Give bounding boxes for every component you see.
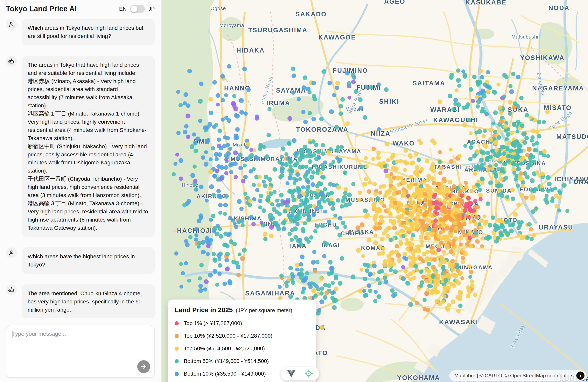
chat-message-user: Which areas in Tokyo have high land pric… — [6, 19, 155, 45]
map-controls — [281, 367, 319, 381]
vue-logo-icon[interactable] — [287, 370, 295, 378]
user-icon — [8, 21, 14, 27]
toggle-knob — [131, 6, 137, 12]
arrow-right-icon — [140, 363, 147, 370]
message-bubble: Which areas have the highest land prices… — [22, 247, 155, 274]
chat-message-assistant: The area mentioned, Chuo-ku Ginza 4-chom… — [6, 284, 155, 318]
legend-dot-orange — [175, 334, 179, 338]
chat-message-list: Which areas in Tokyo have high land pric… — [0, 17, 161, 318]
sidebar-header: Tokyo Land Price AI EN JP — [0, 0, 161, 17]
legend-item: Top 10% (¥2,520,000 - ¥17,287,000) — [175, 333, 308, 339]
language-toggle[interactable] — [130, 5, 145, 13]
lang-label-en[interactable]: EN — [119, 6, 126, 12]
chat-input[interactable] — [6, 325, 154, 377]
chat-message-user: Which areas have the highest land prices… — [6, 247, 155, 274]
tokyo-land-price-app: Tokyo Land Price AI EN JP Which areas in… — [0, 0, 588, 382]
message-bubble: Which areas in Tokyo have high land pric… — [22, 19, 155, 45]
legend-item-label: Top 1% (> ¥17,287,000) — [184, 320, 242, 326]
map-attribution: MapLibre | © CARTO, © OpenStreetMap cont… — [449, 370, 586, 381]
chat-message-assistant: The areas in Tokyo that have high land p… — [6, 56, 155, 237]
attribution-text[interactable]: MapLibre | © CARTO, © OpenStreetMap cont… — [454, 373, 574, 379]
legend-title-row: Land Price in 2025 (JPY per square meter… — [175, 306, 308, 314]
controls-divider — [300, 370, 300, 377]
geolocate-icon[interactable] — [304, 369, 313, 378]
legend-title: Land Price in 2025 — [175, 306, 233, 314]
legend-subtitle: (JPY per square meter) — [236, 307, 293, 314]
legend-item-label: Bottom 50% (¥149,000 - ¥514,500) — [184, 358, 269, 364]
language-switcher: EN JP — [119, 5, 155, 13]
send-button[interactable] — [137, 360, 150, 373]
legend-item-label: Top 10% (¥2,520,000 - ¥17,287,000) — [184, 333, 273, 339]
assistant-avatar — [6, 56, 17, 67]
legend-dot-yellow — [175, 347, 179, 351]
legend-item-label: Top 50% (¥514,500 - ¥2,520,000) — [184, 345, 265, 352]
legend-item: Top 1% (> ¥17,287,000) — [175, 320, 308, 326]
user-icon — [8, 250, 14, 256]
text-caret — [12, 331, 12, 338]
legend-dot-pink — [175, 321, 179, 325]
chat-sidebar: Tokyo Land Price AI EN JP Which areas in… — [0, 0, 161, 382]
chat-input-card — [6, 325, 155, 378]
user-avatar — [6, 19, 17, 30]
legend-item-label: Bottom 10% (¥35,590 - ¥149,000) — [184, 371, 266, 377]
legend-dot-teal — [175, 359, 179, 363]
robot-icon — [8, 287, 15, 293]
legend-item: Top 50% (¥514,500 - ¥2,520,000) — [175, 345, 308, 352]
assistant-avatar — [6, 284, 17, 295]
lang-label-jp[interactable]: JP — [148, 6, 155, 12]
message-bubble: The area mentioned, Chuo-ku Ginza 4-chom… — [22, 284, 155, 318]
user-avatar — [6, 247, 17, 258]
app-title: Tokyo Land Price AI — [6, 5, 77, 13]
robot-icon — [8, 58, 15, 64]
legend-dot-blue — [175, 372, 179, 376]
message-bubble: The areas in Tokyo that have high land p… — [22, 56, 155, 237]
map-canvas[interactable]: SAKADOTSURUGASHIMAKAWAGOEHIDAKAFUJIMINOF… — [161, 0, 588, 382]
info-icon[interactable]: i — [576, 371, 585, 380]
legend-item: Bottom 50% (¥149,000 - ¥514,500) — [175, 358, 308, 364]
